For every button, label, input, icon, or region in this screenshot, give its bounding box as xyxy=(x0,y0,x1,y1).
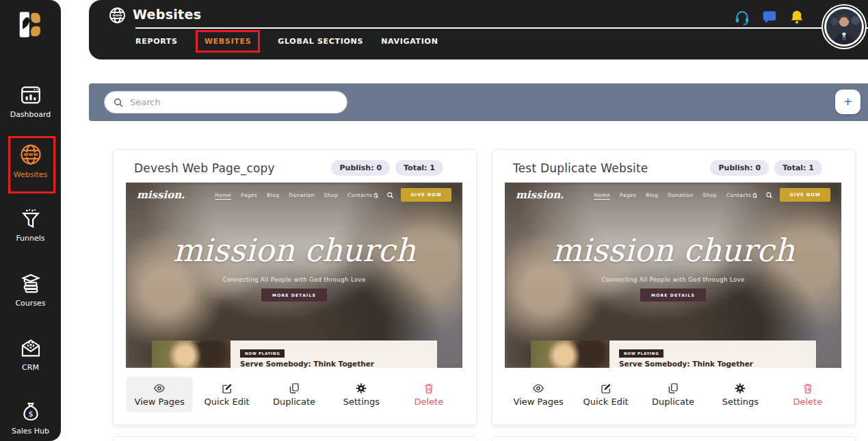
preview-now-playing-panel: NOW PLAYING Serve Somebody: Think Togeth… xyxy=(152,340,437,368)
badge-group: Publish: 0 Total: 1 xyxy=(331,160,443,176)
preview-headline: mission church xyxy=(126,232,462,269)
sidebar-item-label: Sales Hub xyxy=(12,427,49,436)
give-now-button: GIVE NOW xyxy=(401,188,451,202)
preview-menu-home: Home xyxy=(594,192,610,198)
edit-icon xyxy=(600,382,612,395)
more-details-button: MORE DETAILS xyxy=(640,289,706,302)
search-icon xyxy=(765,191,773,199)
sidebar-item-funnels[interactable]: Funnels xyxy=(0,207,61,243)
view-pages-button[interactable]: View Pages xyxy=(505,377,572,412)
preview-menu-pages: Pages xyxy=(620,192,636,198)
quick-edit-button[interactable]: Quick Edit xyxy=(193,377,260,412)
action-label: Quick Edit xyxy=(205,397,250,407)
duplicate-button[interactable]: Duplicate xyxy=(261,377,328,412)
bird-logo-icon xyxy=(13,7,49,42)
page-header: www Websites REPORTS WEBSITES GLOBAL SEC… xyxy=(89,0,868,59)
svg-text:www: www xyxy=(23,151,38,157)
eye-icon xyxy=(532,382,544,395)
chat-icon[interactable] xyxy=(761,9,778,25)
website-card-partial xyxy=(492,436,856,441)
eye-icon xyxy=(153,382,166,395)
publish-badge: Publish: 0 xyxy=(710,160,769,176)
preview-sermon-info: NOW PLAYING Serve Somebody: Think Togeth… xyxy=(609,340,816,368)
websites-globe-icon: www xyxy=(18,142,43,167)
edit-icon xyxy=(221,382,233,395)
website-card-partial xyxy=(113,436,477,441)
website-card: Test Duplicate Website Publish: 0 Total:… xyxy=(492,149,856,425)
action-label: Quick Edit xyxy=(583,397,629,407)
preview-sermon-info: NOW PLAYING Serve Somebody: Think Togeth… xyxy=(231,340,437,368)
publish-badge: Publish: 0 xyxy=(331,160,390,176)
duplicate-button[interactable]: Duplicate xyxy=(640,377,707,412)
search-icon xyxy=(113,97,124,108)
give-now-button: GIVE NOW xyxy=(780,188,830,202)
sidebar-item-label: Funnels xyxy=(16,234,44,243)
website-title: Devesh Web Page_copy xyxy=(134,161,331,175)
websites-toolbar: + xyxy=(89,83,868,121)
settings-button[interactable]: Settings xyxy=(328,377,395,412)
preview-menu-shop: Shop xyxy=(324,192,338,198)
sidebar-item-websites[interactable]: www Websites xyxy=(0,142,61,179)
sidebar-item-label: CRM xyxy=(22,363,39,372)
tab-websites[interactable]: WEBSITES xyxy=(196,30,261,53)
websites-header-icon: www xyxy=(108,6,127,27)
cart-icon xyxy=(372,191,380,199)
preview-menu-contacts: Contacts xyxy=(347,192,372,198)
preview-site-nav: mission. Home Pages Blog Donation Shop C… xyxy=(126,183,462,207)
card-actions: View Pages Quick Edit Duplicate xyxy=(505,377,841,412)
sermon-title: Serve Somebody: Think Together xyxy=(240,360,437,368)
total-badge: Total: 1 xyxy=(774,160,822,176)
duplicate-icon xyxy=(667,382,679,395)
sidebar-item-label: Courses xyxy=(15,299,45,308)
card-actions: View Pages Quick Edit Duplicate xyxy=(126,377,462,412)
add-website-button[interactable]: + xyxy=(835,90,860,114)
action-label: Delete xyxy=(793,397,822,407)
preview-site-menu: Home Pages Blog Donation Shop Contacts xyxy=(594,192,751,198)
preview-site-menu: Home Pages Blog Donation Shop Contacts xyxy=(215,192,372,198)
sidebar-item-courses[interactable]: Courses xyxy=(0,272,61,308)
tab-reports[interactable]: REPORTS xyxy=(135,30,178,53)
funnel-icon xyxy=(19,207,42,230)
preview-menu-blog: Blog xyxy=(267,192,279,198)
search-input[interactable] xyxy=(129,96,339,108)
sidebar-item-dashboard[interactable]: Dashboard xyxy=(0,83,61,119)
action-label: Duplicate xyxy=(652,397,694,407)
page-title: Websites xyxy=(133,7,201,22)
notifications-bell-icon[interactable] xyxy=(789,9,805,25)
action-label: Delete xyxy=(414,397,443,407)
sidebar-item-label: Websites xyxy=(14,170,48,179)
avatar-photo xyxy=(826,9,862,44)
settings-button[interactable]: Settings xyxy=(707,377,774,412)
view-pages-button[interactable]: View Pages xyxy=(126,377,193,412)
action-label: View Pages xyxy=(135,397,185,407)
now-playing-badge: NOW PLAYING xyxy=(240,349,285,358)
dashboard-icon xyxy=(19,83,42,107)
trash-icon xyxy=(802,382,814,395)
header-tabs: REPORTS WEBSITES GLOBAL SECTIONS NAVIGAT… xyxy=(135,30,438,53)
sidebar: Dashboard www Websites Funnels Co xyxy=(0,0,61,441)
user-avatar[interactable] xyxy=(824,7,864,46)
preview-subtitle: Connecting All People with God through L… xyxy=(505,276,841,283)
app-logo[interactable] xyxy=(13,7,49,45)
sidebar-item-sales-hub[interactable]: $ Sales Hub xyxy=(0,400,61,436)
preview-site-logo: mission. xyxy=(137,189,185,201)
search-box xyxy=(104,91,347,113)
more-details-button: MORE DETAILS xyxy=(261,289,327,302)
search-icon xyxy=(386,191,394,199)
sidebar-item-crm[interactable]: CRM xyxy=(0,336,61,372)
delete-button[interactable]: Delete xyxy=(395,377,462,412)
tab-global-sections[interactable]: GLOBAL SECTIONS xyxy=(278,30,363,53)
preview-nav-icons: GIVE NOW xyxy=(372,188,451,202)
preview-sermon-photo xyxy=(152,340,231,368)
delete-button[interactable]: Delete xyxy=(774,377,841,412)
website-preview-thumbnail[interactable]: mission. Home Pages Blog Donation Shop C… xyxy=(505,183,841,368)
website-preview-thumbnail[interactable]: mission. Home Pages Blog Donation Shop C… xyxy=(126,183,462,368)
tab-navigation[interactable]: NAVIGATION xyxy=(381,30,438,53)
preview-menu-shop: Shop xyxy=(703,192,717,198)
svg-text:www: www xyxy=(112,13,122,17)
sidebar-item-label: Dashboard xyxy=(10,110,51,119)
preview-now-playing-panel: NOW PLAYING Serve Somebody: Think Togeth… xyxy=(531,340,816,368)
quick-edit-button[interactable]: Quick Edit xyxy=(572,377,639,412)
total-badge: Total: 1 xyxy=(395,160,443,176)
support-headset-icon[interactable] xyxy=(734,9,750,25)
